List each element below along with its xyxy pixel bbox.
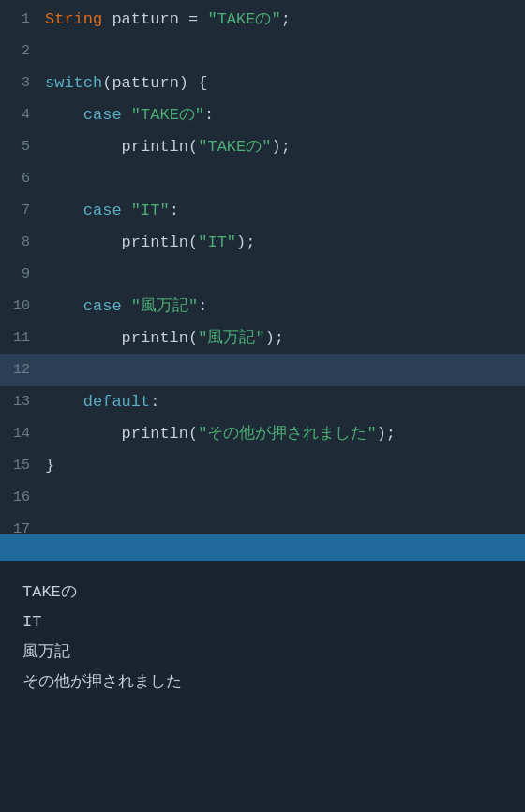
line-number: 9 (0, 259, 41, 291)
token: "IT" (198, 233, 236, 251)
token: "TAKEの" (207, 10, 280, 28)
line-number: 14 (0, 418, 41, 450)
token: ; (281, 10, 291, 28)
code-line: 12 (0, 354, 525, 386)
token (122, 297, 131, 315)
line-number: 6 (0, 163, 41, 195)
token: switch (45, 74, 102, 92)
token: default (83, 393, 150, 411)
line-number: 7 (0, 195, 41, 227)
line-content: case "風万記": (41, 291, 207, 323)
code-line: 13 default: (0, 386, 525, 418)
code-line: 9 (0, 259, 525, 291)
token: ); (377, 425, 396, 443)
token: "風万記" (131, 297, 198, 315)
token: } (45, 457, 54, 474)
token (122, 202, 131, 219)
line-content: case "IT": (41, 195, 179, 227)
output-line: その他が押されました (22, 669, 502, 696)
line-number: 16 (0, 482, 41, 514)
line-number: 3 (0, 68, 41, 99)
line-content: println("風万記"); (41, 323, 284, 354)
line-content: case "TAKEの": (41, 99, 214, 131)
token: String (45, 10, 102, 28)
code-line: 14 println("その他が押されました"); (0, 418, 525, 450)
token: patturn = (102, 10, 207, 28)
line-number: 8 (0, 227, 41, 259)
token: println( (45, 138, 198, 156)
token: : (170, 202, 179, 219)
line-content: String patturn = "TAKEの"; (41, 4, 291, 36)
divider-bar (0, 534, 525, 561)
token: "風万記" (198, 329, 264, 347)
code-line: 6 (0, 163, 525, 195)
token: "TAKEの" (131, 106, 204, 124)
code-line: 16 (0, 482, 525, 514)
token (45, 202, 83, 219)
token: case (83, 202, 122, 219)
output-line: 風万記 (22, 639, 502, 666)
code-line: 4 case "TAKEの": (0, 99, 525, 131)
token: "IT" (131, 202, 170, 219)
token: ); (236, 233, 255, 251)
line-number: 10 (0, 291, 41, 323)
line-content: println("その他が押されました"); (41, 418, 396, 450)
line-content: } (41, 450, 54, 482)
line-content: println("TAKEの"); (41, 131, 291, 163)
output-line: TAKEの (22, 579, 502, 606)
line-number: 17 (0, 514, 41, 534)
code-line: 5 println("TAKEの"); (0, 131, 525, 163)
token (122, 106, 131, 124)
token: : (150, 393, 159, 411)
line-number: 15 (0, 450, 41, 482)
line-number: 12 (0, 354, 41, 386)
output-line: IT (22, 609, 502, 636)
line-content: println("IT"); (41, 227, 255, 259)
token: println( (45, 233, 198, 251)
token: ); (271, 138, 290, 156)
token: case (83, 297, 122, 315)
token: println( (45, 425, 198, 443)
line-number: 11 (0, 323, 41, 354)
code-lines: 1String patturn = "TAKEの";23switch(pattu… (0, 0, 525, 534)
code-line: 11 println("風万記"); (0, 323, 525, 354)
code-line: 7 case "IT": (0, 195, 525, 227)
output-area: TAKEのIT風万記その他が押されました (0, 561, 525, 812)
token: : (204, 106, 214, 124)
code-line: 2 (0, 36, 525, 68)
line-number: 1 (0, 4, 41, 36)
code-line: 8 println("IT"); (0, 227, 525, 259)
code-line: 10 case "風万記": (0, 291, 525, 323)
code-line: 17 (0, 514, 525, 534)
code-editor: 1String patturn = "TAKEの";23switch(pattu… (0, 0, 525, 534)
token: case (83, 106, 122, 124)
code-line: 1String patturn = "TAKEの"; (0, 4, 525, 36)
token (45, 297, 83, 315)
line-number: 2 (0, 36, 41, 68)
line-number: 13 (0, 386, 41, 418)
token: "TAKEの" (198, 138, 271, 156)
token: (patturn) { (102, 74, 207, 92)
token (45, 393, 83, 411)
line-content: switch(patturn) { (41, 68, 207, 99)
line-content: default: (41, 386, 159, 418)
token (45, 106, 83, 124)
code-line: 15} (0, 450, 525, 482)
token: : (198, 297, 207, 315)
code-line: 3switch(patturn) { (0, 68, 525, 99)
line-number: 5 (0, 131, 41, 163)
token: ); (265, 329, 284, 347)
token: println( (45, 329, 198, 347)
token: "その他が押されました" (198, 425, 376, 443)
line-number: 4 (0, 99, 41, 131)
